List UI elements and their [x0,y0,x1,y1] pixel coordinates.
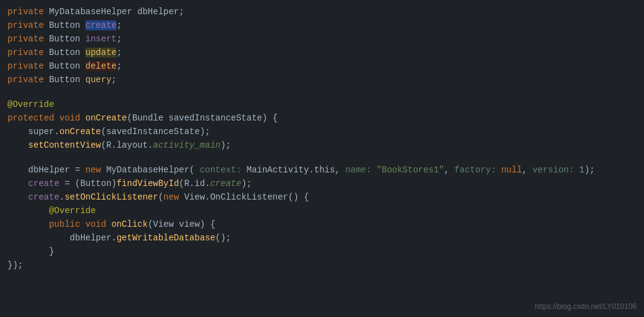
code-line-close-inner: } [0,245,644,258]
code-line-1: private MyDatabaseHelper dbHelper ; [0,5,644,19]
keyword-private-1: private [7,7,44,17]
code-line-override: @Override [0,98,644,111]
code-line-2: private Button create ; [0,19,644,32]
code-line-setonclick: create . setOnClickListener ( new View .… [0,190,644,204]
code-line-5: private Button delete ; [0,59,644,73]
code-line-3: private Button insert ; [0,32,644,46]
watermark: https://blog.csdn.net/LY010106 [535,302,637,311]
code-line-close-listener: }); [0,258,644,272]
code-line-onclick: public void onClick ( View view ) { [0,218,644,231]
code-line-6: private Button query ; [0,73,644,87]
code-line-getwritable: dbHelper . getWritableDatabase (); [0,231,644,245]
code-line-oncreate: protected void onCreate ( Bundle savedIn… [0,111,644,125]
code-line-4: private Button update ; [0,46,644,59]
code-line-dbhelper: dbHelper = new MyDatabaseHelper ( contex… [0,163,644,177]
code-line-empty1 [0,87,644,98]
code-line-findview: create = ( Button ) findViewById (R.id. … [0,177,644,190]
code-line-empty2 [0,152,644,163]
code-line-override2: @Override [0,204,644,218]
code-line-setcontent: setContentView (R.layout. activity_main … [0,138,644,152]
code-editor: private MyDatabaseHelper dbHelper ; priv… [0,0,644,317]
code-line-super: super . onCreate ( savedInstanceState ); [0,125,644,138]
